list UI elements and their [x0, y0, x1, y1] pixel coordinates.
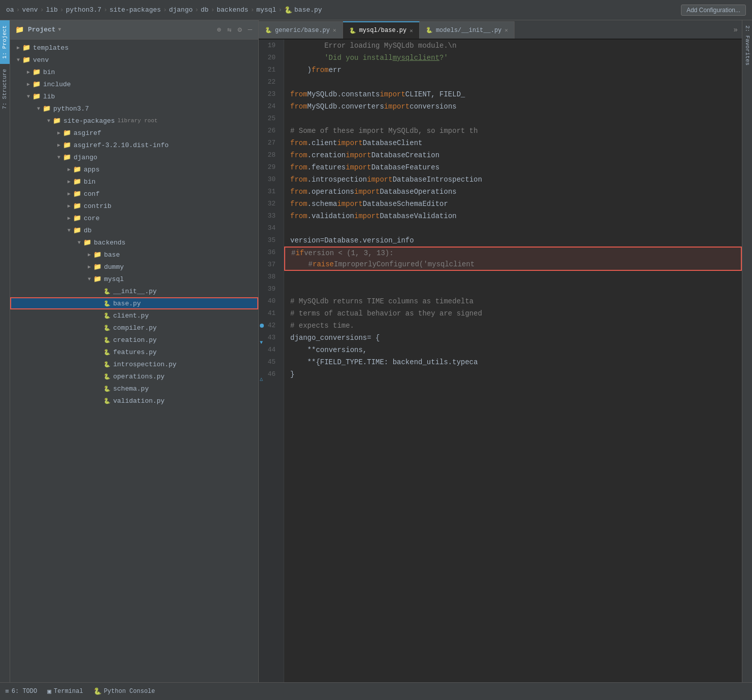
- tab-close-models[interactable]: ✕: [505, 27, 508, 33]
- breadcrumb-oa[interactable]: oa: [6, 6, 14, 14]
- tabs-overflow-icon[interactable]: »: [734, 26, 738, 34]
- tree-item-backends[interactable]: ▼ 📁 backends: [10, 236, 258, 249]
- tree-item-apps[interactable]: ▶ 📁 apps: [10, 163, 258, 176]
- breadcrumb-python37[interactable]: python3.7: [66, 6, 101, 14]
- tree-item-mysql[interactable]: ▼ 📁 mysql: [10, 273, 258, 285]
- tree-item-templates[interactable]: ▶ 📁 templates: [10, 42, 258, 54]
- favorites-label[interactable]: 2: Favorites: [743, 20, 752, 71]
- tree-arrow-django: ▼: [55, 155, 63, 160]
- code-text-31c: import: [354, 186, 380, 198]
- code-text-24b: MySQLdb.converters: [307, 100, 384, 113]
- tree-item-contrib[interactable]: ▶ 📁 contrib: [10, 200, 258, 212]
- tree-item-core[interactable]: ▶ 📁 core: [10, 212, 258, 224]
- tree-label-schema-py: schema.py: [113, 385, 149, 393]
- structure-side-label[interactable]: 7: Structure: [0, 64, 10, 114]
- code-text-30a: from: [290, 173, 307, 186]
- tree-item-asgiref-dist[interactable]: ▶ 📁 asgiref-3.2.10.dist-info: [10, 139, 258, 151]
- tab-close-generic[interactable]: ✕: [333, 27, 336, 33]
- tree-item-creation-py[interactable]: 🐍 creation.py: [10, 334, 258, 346]
- code-text-35a: version: [290, 234, 320, 247]
- tree-label-operations-py: operations.py: [113, 373, 164, 380]
- tree-item-lib[interactable]: ▼ 📁 lib: [10, 90, 258, 102]
- tab-models-init[interactable]: 🐍 models/__init__.py ✕: [420, 21, 515, 39]
- tree-item-client-py[interactable]: 🐍 client.py: [10, 309, 258, 322]
- tree-item-include[interactable]: ▶ 📁 include: [10, 78, 258, 90]
- breadcrumb-backends[interactable]: backends: [217, 6, 248, 14]
- code-line-44: **conversions,: [284, 344, 742, 356]
- code-text-35c: Database.version_info: [324, 234, 414, 247]
- code-text-28c: import: [346, 149, 371, 161]
- tree-item-features-py[interactable]: 🐍 features.py: [10, 346, 258, 358]
- sep2: ›: [40, 6, 44, 14]
- breadcrumb-mysql[interactable]: mysql: [256, 6, 276, 14]
- tree-item-db[interactable]: ▼ 📁 db: [10, 224, 258, 236]
- tree-item-asgiref[interactable]: ▶ 📁 asgiref: [10, 127, 258, 139]
- tab-mysql-base[interactable]: 🐍 mysql/base.py ✕: [343, 21, 420, 39]
- breadcrumb-db[interactable]: db: [201, 6, 209, 14]
- tab-generic-base[interactable]: 🐍 generic/base.py ✕: [259, 21, 343, 39]
- tree-item-conf[interactable]: ▶ 📁 conf: [10, 188, 258, 200]
- breadcrumb-django[interactable]: django: [169, 6, 193, 14]
- tree-item-schema-py[interactable]: 🐍 schema.py: [10, 382, 258, 395]
- code-text-23d: CLIENT, FIELD_: [405, 88, 465, 100]
- sep8: ›: [250, 6, 254, 14]
- code-text-27b: .client: [307, 137, 337, 149]
- tree-item-introspection-py[interactable]: 🐍 introspection.py: [10, 358, 258, 370]
- tree-item-base[interactable]: ▶ 📁 base: [10, 249, 258, 261]
- gear-icon[interactable]: ⚙: [236, 24, 243, 35]
- tree-label-base: base: [104, 251, 120, 259]
- tab-icon-generic: 🐍: [265, 27, 272, 33]
- sep3: ›: [60, 6, 64, 14]
- breadcrumb-file[interactable]: base.py: [294, 6, 322, 14]
- project-side-label[interactable]: 1: Project: [0, 20, 10, 64]
- tree-item-bin[interactable]: ▶ 📁 bin: [10, 66, 258, 78]
- code-text-33b: .validation: [307, 210, 354, 222]
- ln-43: ▼ 43: [259, 332, 280, 344]
- tab-close-mysql[interactable]: ✕: [409, 27, 413, 34]
- code-text-33c: import: [354, 210, 380, 222]
- status-todo[interactable]: ≡ 6: TODO: [5, 688, 37, 695]
- code-text-20a: [290, 52, 324, 64]
- folder-icon-core: 📁: [73, 214, 81, 222]
- minimize-icon[interactable]: —: [247, 24, 253, 35]
- tabs-extra: »: [730, 21, 742, 39]
- code-text-37b: raise: [313, 258, 334, 270]
- tree-item-base-py[interactable]: 🐍 base.py: [10, 297, 258, 309]
- tree-item-compiler-py[interactable]: 🐍 compiler.py: [10, 322, 258, 334]
- code-content[interactable]: Error loading MySQLdb module.\n 'Did you…: [284, 40, 742, 682]
- ln-36: 36: [259, 247, 280, 259]
- code-text-28b: .creation: [307, 149, 346, 161]
- tree-item-python37[interactable]: ▼ 📁 python3.7: [10, 102, 258, 115]
- tree-item-site-packages[interactable]: ▼ 📁 site-packages library root: [10, 115, 258, 127]
- tree-item-validation-py[interactable]: 🐍 validation.py: [10, 395, 258, 407]
- folder-icon-conf: 📁: [73, 190, 81, 198]
- tab-icon-mysql: 🐍: [349, 27, 356, 34]
- code-line-42: # expects time.: [284, 320, 742, 332]
- tree-item-django[interactable]: ▼ 📁 django: [10, 151, 258, 163]
- tree-item-venv[interactable]: ▼ 📁 venv: [10, 54, 258, 66]
- add-configuration-button[interactable]: Add Configuration...: [681, 5, 746, 16]
- tab-label-models: models/__init__.py: [436, 27, 502, 34]
- code-text-33d: DatabaseValidation: [380, 210, 456, 222]
- code-text-30b: .introspection: [307, 173, 367, 186]
- tree-arrow-bin: ▶: [24, 69, 32, 75]
- tree-label-bin2: bin: [84, 178, 95, 186]
- breadcrumb-site-packages[interactable]: site-packages: [110, 6, 161, 14]
- breadcrumb-lib[interactable]: lib: [46, 6, 57, 14]
- tree-item-operations-py[interactable]: 🐍 operations.py: [10, 370, 258, 382]
- status-terminal[interactable]: ▣ Terminal: [47, 687, 83, 695]
- tree-item-bin2[interactable]: ▶ 📁 bin: [10, 176, 258, 188]
- project-dropdown-arrow[interactable]: ▼: [58, 27, 61, 32]
- status-python-console[interactable]: 🐍 Python Console: [93, 687, 155, 695]
- tree-item-dummy[interactable]: ▶ 📁 dummy: [10, 261, 258, 273]
- tree-item-init-py[interactable]: 🐍 __init__.py: [10, 285, 258, 297]
- code-text-26: # Some of these import MySQLdb, so impor…: [290, 125, 478, 137]
- code-text-31a: from: [290, 186, 307, 198]
- tree-arrow-templates: ▶: [14, 45, 22, 51]
- code-text-28a: from: [290, 149, 307, 161]
- ln-19: 19: [259, 40, 280, 52]
- breadcrumb-venv[interactable]: venv: [22, 6, 38, 14]
- split-icon[interactable]: ⇆: [226, 24, 232, 35]
- globe-icon[interactable]: ⊕: [216, 24, 222, 35]
- code-line-35: version = Database.version_info: [284, 234, 742, 247]
